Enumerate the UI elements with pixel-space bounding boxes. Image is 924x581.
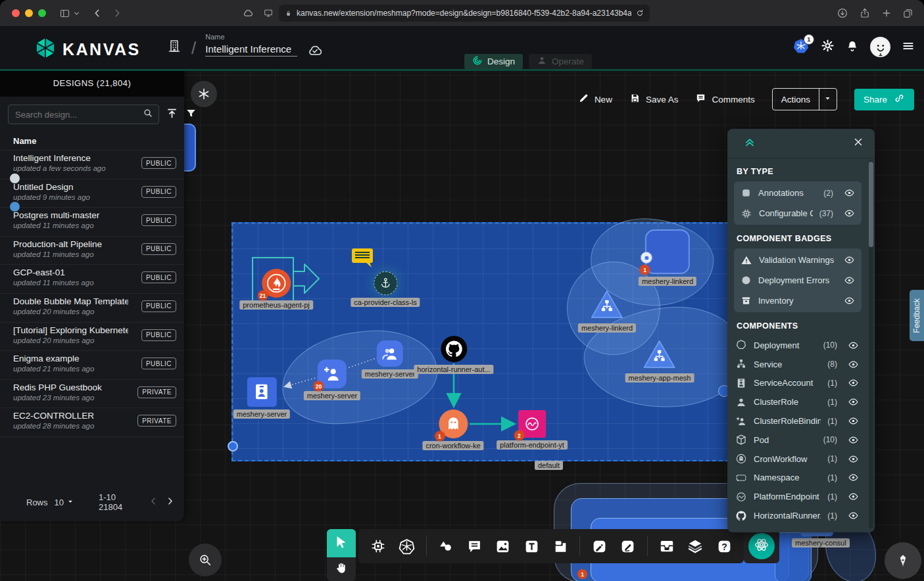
panel-item-configurable-components[interactable]: Configurable Components (37) [734, 203, 862, 223]
settings-gear-icon[interactable] [821, 39, 835, 55]
canvas-node-meshery-server-crb[interactable]: 20 meshery-server [304, 360, 360, 400]
toggle-visibility-eye-icon[interactable] [848, 453, 859, 465]
tool-image[interactable] [490, 532, 516, 560]
design-list-item[interactable]: Untitled Design updated 9 minutes ago PU… [0, 179, 184, 208]
panel-item-clusterrolebinding[interactable]: ClusterRoleBinding (1) [727, 411, 868, 430]
canvas-node-ca-provider-class[interactable]: ca-provider-class-ls [351, 271, 420, 307]
back-button[interactable] [92, 8, 103, 18]
panel-item-namespace[interactable]: Namespace (1) [727, 469, 868, 488]
panel-item-pod[interactable]: Pod (10) [727, 430, 868, 450]
tool-kubernetes[interactable] [394, 532, 420, 560]
tool-text[interactable] [519, 532, 545, 560]
menu-hamburger-icon[interactable] [902, 39, 915, 55]
comments-button[interactable]: Comments [695, 93, 754, 106]
share-button[interactable]: Share [854, 89, 914, 110]
design-search-box[interactable] [8, 105, 159, 124]
new-tab-icon[interactable] [881, 8, 892, 18]
import-design-icon[interactable] [166, 107, 178, 122]
tool-pencil[interactable] [615, 532, 641, 560]
design-list-item[interactable]: Double Bubble Map Template-copy updated … [0, 294, 184, 323]
url-bar[interactable]: kanvas.new/extension/meshmap?mode=design… [279, 5, 650, 22]
new-button[interactable]: New [578, 93, 612, 106]
tool-layers[interactable] [683, 532, 709, 560]
minimize-window-button[interactable] [25, 9, 33, 17]
toggle-visibility-eye-icon[interactable] [844, 254, 855, 266]
selection-handle[interactable] [228, 441, 238, 452]
panel-item-deployment-errors[interactable]: Deployment Errors [734, 270, 862, 290]
next-page-button[interactable] [165, 496, 175, 508]
design-list-item[interactable]: EC2-CONTROLLER updated 28 minutes ago PR… [0, 408, 184, 437]
design-list-item[interactable]: Production-alt Pipeline updated 11 minut… [0, 237, 184, 266]
forward-button[interactable] [112, 8, 122, 18]
panel-item-horizontalrunnerautoscaler[interactable]: HorizontalRunnerAutoscaler (1) [727, 506, 868, 525]
user-avatar[interactable] [870, 37, 890, 57]
toggle-visibility-eye-icon[interactable] [848, 359, 859, 370]
tool-drawer[interactable] [654, 532, 680, 560]
tool-shapes[interactable] [432, 532, 458, 560]
mesh-sync-button[interactable] [191, 81, 217, 107]
panel-item-inventory[interactable]: Inventory [734, 290, 862, 311]
panel-item-platformendpoint[interactable]: PlatformEndpoint (1) [727, 487, 868, 506]
design-search-input[interactable] [14, 109, 139, 120]
close-panel-icon[interactable] [852, 136, 864, 151]
toggle-visibility-eye-icon[interactable] [848, 396, 859, 407]
canvas-node-meshery-app-mesh[interactable]: meshery-app-mesh [625, 339, 694, 383]
toggle-visibility-eye-icon[interactable] [844, 275, 855, 286]
panel-item-clusterrole[interactable]: ClusterRole (1) [727, 392, 868, 411]
pen-mode-button[interactable] [885, 542, 921, 579]
canvas-node-horizontal-runner[interactable]: horizontal-runner-aut... [414, 336, 493, 374]
canvas-node-platform-endpoint[interactable]: 2 platform-endpoint-yt [497, 410, 568, 450]
design-list-item[interactable]: Postgres multi-master updated 11 minutes… [0, 208, 184, 237]
actions-dropdown-button[interactable] [819, 89, 837, 110]
canvas-node-meshery-linkerd-ns[interactable]: 1 meshery-linkerd [639, 229, 696, 286]
panel-item-service[interactable]: Service (8) [727, 355, 868, 374]
icloud-icon[interactable] [242, 7, 254, 19]
notifications-bell-icon[interactable] [846, 39, 859, 55]
toggle-visibility-eye-icon[interactable] [848, 510, 859, 521]
tab-design[interactable]: Design [464, 54, 523, 69]
canvas-node-cron-workflow[interactable]: 1 cron-workflow-ke [422, 409, 483, 450]
toggle-visibility-eye-icon[interactable] [844, 187, 855, 198]
tool-pen-tool[interactable] [586, 532, 612, 560]
column-header-name[interactable]: Name [0, 129, 184, 151]
panel-item-serviceaccount[interactable]: ServiceAccount (1) [727, 374, 868, 393]
collapse-panel-icon[interactable] [743, 135, 756, 151]
rows-per-page-select[interactable]: 10 [55, 497, 75, 508]
design-name-input[interactable] [205, 42, 297, 57]
design-list-item[interactable]: Redis PHP Guestbook updated 23 minutes a… [0, 380, 184, 409]
design-list-item[interactable]: Enigma example updated 21 minutes ago PU… [0, 351, 184, 380]
design-list-item[interactable]: [Tutorial] Exploring Kubernetes Pod upda… [0, 323, 184, 352]
filter-icon[interactable] [185, 107, 197, 122]
zoom-button[interactable] [189, 544, 222, 576]
kubernetes-context-button[interactable]: 1 [792, 37, 810, 57]
toggle-visibility-eye-icon[interactable] [848, 434, 859, 446]
chevron-down-icon[interactable] [73, 10, 80, 17]
previous-page-button[interactable] [149, 496, 158, 508]
canvas-node-meshery-server-sa[interactable]: meshery-server [233, 377, 290, 419]
save-as-button[interactable]: Save As [629, 93, 679, 106]
tool-cursor-active[interactable] [327, 529, 356, 557]
panel-item-validation-warnings[interactable]: Validation Warnings [734, 250, 862, 270]
canvas-node-meshery-linkerd[interactable]: meshery-linkerd [578, 289, 636, 333]
actions-button[interactable]: Actions [773, 89, 819, 110]
share-page-icon[interactable] [859, 7, 871, 19]
design-list-item[interactable]: GCP-east-01 updated 11 minutes ago PUBLI… [0, 265, 184, 294]
feedback-tab[interactable]: Feedback [910, 290, 924, 341]
toggle-visibility-eye-icon[interactable] [848, 491, 859, 502]
panel-item-cronworkflow[interactable]: CronWorkflow (1) [727, 450, 868, 469]
tab-overview-icon[interactable] [902, 8, 913, 19]
maximize-window-button[interactable] [38, 9, 46, 17]
close-window-button[interactable] [12, 9, 20, 17]
tool-component[interactable] [365, 532, 391, 560]
toggle-visibility-eye-icon[interactable] [848, 472, 859, 483]
panel-item-annotations[interactable]: Annotations (2) [734, 183, 862, 203]
comment-annotation-shape[interactable] [351, 248, 375, 269]
toggle-visibility-eye-icon[interactable] [848, 340, 859, 351]
kanvas-logo[interactable]: KANVAS [34, 37, 141, 62]
toggle-visibility-eye-icon[interactable] [844, 208, 855, 219]
toggle-visibility-eye-icon[interactable] [848, 377, 859, 388]
panel-scrollbar[interactable] [869, 160, 873, 528]
canvas-node-prometheus-agent[interactable]: 21 prometheus-agent-pj [239, 269, 313, 310]
refresh-icon[interactable] [635, 9, 644, 18]
tool-hand[interactable] [327, 557, 356, 581]
